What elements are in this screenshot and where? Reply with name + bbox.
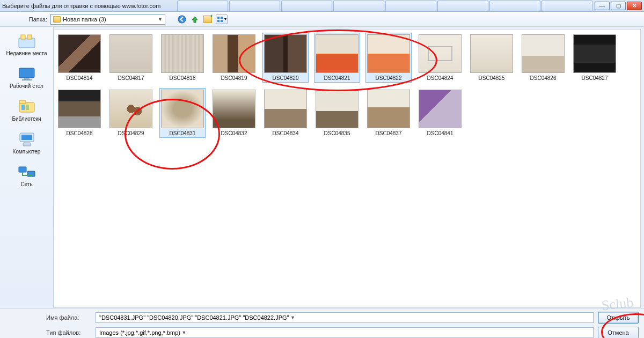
file-thumbnail[interactable]: DSC04817: [108, 33, 154, 83]
thumbnail-image: [367, 90, 410, 128]
svg-rect-14: [26, 105, 29, 110]
file-name-label: DSC04821: [316, 75, 358, 81]
file-name-label: DSC04832: [213, 130, 255, 136]
file-name-label: DSC04818: [161, 75, 204, 81]
sidebar-item-label: Сеть: [3, 181, 51, 187]
chevron-down-icon: ▼: [289, 315, 296, 320]
file-thumbnail[interactable]: DSC04834: [262, 88, 309, 138]
sidebar-item-desktop[interactable]: Рабочий стол: [3, 63, 51, 94]
svg-rect-5: [19, 38, 35, 48]
main-area: Недавние места Рабочий стол Библиотеки К…: [0, 27, 644, 308]
file-name-label: DSC04829: [109, 130, 152, 136]
file-thumbnail[interactable]: DSC04829: [108, 88, 154, 138]
back-button[interactable]: [177, 14, 187, 24]
file-name-label: DSC04827: [573, 75, 616, 81]
svg-rect-13: [21, 105, 25, 110]
thumbnail-image: [213, 90, 255, 128]
file-name-label: DSC04828: [58, 130, 101, 136]
sidebar-item-computer[interactable]: Компьютер: [3, 128, 51, 160]
thumbnail-image: [419, 90, 462, 128]
up-one-level-button[interactable]: [190, 14, 200, 24]
file-name-label: DSC04822: [367, 75, 410, 81]
new-folder-button[interactable]: [203, 14, 213, 24]
file-thumbnail[interactable]: DSC04828: [56, 88, 103, 138]
computer-icon: [17, 131, 36, 148]
file-name-label: DSC04814: [58, 75, 101, 81]
svg-rect-10: [22, 79, 32, 80]
places-sidebar: Недавние места Рабочий стол Библиотеки К…: [0, 27, 54, 308]
thumbnail-image: [213, 34, 255, 73]
chevron-down-icon: ▼: [158, 17, 163, 22]
file-thumbnail[interactable]: DSC04835: [314, 88, 360, 138]
svg-rect-9: [24, 78, 30, 79]
sidebar-item-recent[interactable]: Недавние места: [3, 30, 51, 62]
file-thumbnail[interactable]: DSC04821: [314, 33, 360, 83]
file-thumbnail[interactable]: DSC04841: [417, 88, 463, 138]
sidebar-item-label: Библиотеки: [3, 116, 51, 122]
file-thumbnail[interactable]: DSC04825: [469, 33, 515, 83]
thumbnail-row: DSC04828DSC04829DSC04831DSC04832DSC04834…: [56, 88, 638, 138]
file-name-label: DSC04824: [419, 75, 462, 81]
thumbnail-image: [470, 34, 513, 73]
bg-tab: [385, 1, 436, 11]
svg-rect-7: [27, 35, 32, 39]
thumbnail-row: DSC04814DSC04817DSC04818DSC04819DSC04820…: [56, 33, 638, 83]
file-name-label: DSC04841: [419, 130, 462, 136]
svg-rect-8: [19, 68, 34, 78]
recent-places-icon: [17, 33, 36, 49]
file-thumbnail[interactable]: DSC04814: [56, 33, 103, 83]
filetype-label: Тип файлов:: [46, 329, 91, 336]
thumbnail-image: [367, 34, 410, 73]
svg-point-0: [178, 16, 186, 23]
file-thumbnail[interactable]: DSC04822: [365, 33, 412, 83]
filename-value: "DSC04831.JPG" "DSC04820.JPG" "DSC04821.…: [99, 314, 289, 321]
thumbnail-image: [109, 90, 152, 128]
file-thumbnail[interactable]: DSC04826: [520, 33, 566, 83]
sidebar-item-network[interactable]: Сеть: [3, 161, 51, 193]
file-thumbnail[interactable]: DSC04837: [365, 88, 412, 138]
svg-rect-12: [19, 100, 26, 104]
file-thumbnail[interactable]: DSC04824: [417, 33, 463, 83]
file-thumbnail[interactable]: DSC04832: [211, 88, 257, 138]
sidebar-item-label: Компьютер: [3, 149, 51, 155]
thumbnail-image: [58, 90, 101, 128]
file-name-label: DSC04831: [161, 130, 204, 136]
filetype-combobox[interactable]: Images (*.jpg,*.gif,*.png,*.bmp) ▼: [96, 327, 594, 338]
file-list-area[interactable]: DSC04814DSC04817DSC04818DSC04819DSC04820…: [54, 29, 641, 308]
thumbnail-image: [161, 90, 204, 128]
thumbnail-image: [573, 34, 616, 73]
svg-rect-6: [21, 35, 25, 39]
view-menu-button[interactable]: [216, 14, 228, 24]
svg-rect-4: [221, 20, 223, 22]
toolbar: Папка: Новая папка (3) ▼: [0, 12, 644, 27]
filename-input[interactable]: "DSC04831.JPG" "DSC04820.JPG" "DSC04821.…: [96, 312, 594, 323]
desktop-icon: [17, 66, 36, 82]
svg-rect-3: [217, 20, 219, 22]
sidebar-item-libraries[interactable]: Библиотеки: [3, 95, 51, 127]
file-thumbnail[interactable]: DSC04831: [159, 88, 206, 138]
file-thumbnail[interactable]: DSC04827: [572, 33, 618, 83]
file-thumbnail[interactable]: DSC04820: [262, 33, 309, 83]
file-name-label: DSC04817: [109, 75, 152, 81]
sidebar-item-label: Недавние места: [3, 50, 51, 56]
cancel-button[interactable]: Отмена: [598, 327, 639, 338]
filename-label: Имя файла:: [46, 314, 91, 321]
svg-rect-2: [221, 17, 223, 19]
thumbnail-image: [419, 34, 462, 73]
folder-label: Папка:: [4, 16, 47, 23]
bg-tab: [281, 1, 332, 11]
thumbnail-image: [58, 34, 101, 73]
file-name-label: DSC04837: [367, 130, 410, 136]
bg-tab: [437, 1, 488, 11]
file-thumbnail[interactable]: DSC04818: [159, 33, 206, 83]
svg-rect-18: [19, 167, 26, 172]
file-thumbnail[interactable]: DSC04819: [211, 33, 257, 83]
svg-rect-17: [23, 143, 31, 146]
bg-tab: [541, 1, 592, 11]
folder-value: Новая папка (3): [63, 16, 106, 23]
bg-tab: [177, 1, 228, 11]
open-button[interactable]: Открыть: [598, 312, 639, 324]
thumbnail-image: [316, 90, 358, 128]
folder-combobox[interactable]: Новая папка (3) ▼: [50, 14, 165, 25]
svg-rect-16: [21, 135, 32, 140]
